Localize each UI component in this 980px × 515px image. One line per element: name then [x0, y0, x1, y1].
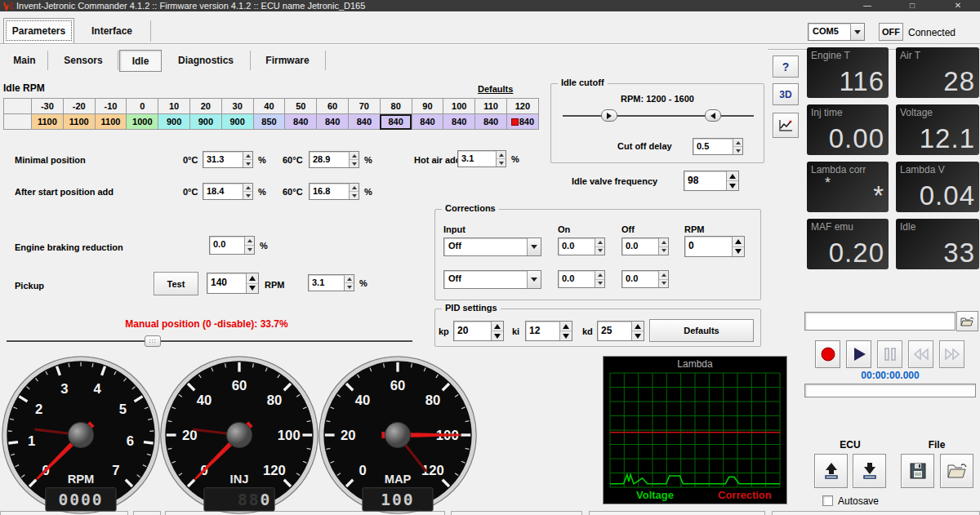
spin-down-icon[interactable] — [350, 192, 359, 199]
rpm-cell[interactable]: 1100 — [63, 114, 95, 130]
spin-down-icon[interactable] — [243, 192, 252, 199]
spin-down-icon[interactable] — [245, 246, 254, 254]
three-d-button[interactable]: 3D — [773, 83, 799, 105]
correction1-input-select[interactable]: Off — [443, 238, 541, 256]
dropdown-arrow-icon[interactable] — [850, 24, 864, 40]
tab-parameters[interactable]: Parameters — [3, 18, 74, 43]
rpm-cell[interactable]: 1000 — [127, 114, 158, 130]
spinner-value[interactable]: 3.1 — [458, 151, 496, 166]
cutoff-delay-spinner[interactable]: 0.5 — [693, 138, 743, 155]
tab-interface[interactable]: Interface — [77, 18, 147, 43]
record-file-input[interactable] — [804, 312, 956, 331]
rpm-cell[interactable]: 840 — [348, 114, 380, 130]
maximize-button[interactable]: □ — [900, 0, 924, 11]
play-button[interactable] — [846, 340, 871, 368]
spinner-value[interactable]: 0 — [685, 237, 732, 256]
spin-up-icon[interactable] — [659, 271, 668, 280]
correction2-input-select[interactable]: Off — [443, 270, 541, 289]
rpm-cell[interactable]: 1100 — [32, 114, 64, 130]
com-port-select[interactable]: COM5 — [808, 23, 865, 41]
spinner-value[interactable]: 12 — [526, 322, 559, 340]
dropdown-arrow-icon[interactable] — [527, 271, 541, 288]
minimize-button[interactable]: — — [855, 0, 880, 11]
spin-down-icon[interactable] — [727, 181, 738, 190]
idle-rpm-table[interactable]: -30-20-100102030405060708090100110120110… — [3, 98, 539, 130]
spin-up-icon[interactable] — [632, 322, 644, 331]
rpm-cell[interactable]: 840 — [475, 114, 507, 130]
spin-down-icon[interactable] — [733, 147, 742, 154]
minimal-position-0c-spinner[interactable]: 31.3 — [203, 151, 253, 168]
spinner-value[interactable]: 25 — [598, 322, 631, 340]
rpm-cell[interactable]: 840 — [317, 114, 349, 130]
help-button[interactable]: ? — [773, 55, 799, 78]
combo-value[interactable]: Off — [444, 238, 527, 255]
spin-down-icon[interactable] — [659, 280, 668, 288]
spin-up-icon[interactable] — [727, 171, 738, 181]
chart-view-button[interactable] — [773, 113, 799, 138]
spin-down-icon[interactable] — [345, 283, 354, 291]
browse-file-button[interactable] — [956, 311, 978, 331]
close-button[interactable]: ✕ — [946, 0, 970, 11]
rpm-cell[interactable]: 1100 — [95, 114, 127, 130]
ki-spinner[interactable]: 12 — [525, 321, 572, 341]
cutoff-range-track[interactable] — [563, 115, 754, 118]
minimal-position-60c-spinner[interactable]: 28.9 — [309, 151, 359, 168]
rpm-cell[interactable]: 900 — [158, 114, 190, 130]
manual-position-slider-track[interactable] — [7, 340, 412, 343]
ecu-download-button[interactable] — [853, 454, 886, 488]
spinner-value[interactable]: 0.0 — [559, 271, 595, 287]
spin-down-icon[interactable] — [733, 247, 744, 257]
rpm-cell[interactable]: 840 — [380, 114, 412, 130]
correction2-on-spinner[interactable]: 0.0 — [558, 270, 605, 288]
spin-up-icon[interactable] — [595, 271, 604, 280]
kp-spinner[interactable]: 20 — [453, 321, 504, 341]
spinner-value[interactable]: 16.8 — [310, 184, 349, 199]
spin-down-icon[interactable] — [659, 247, 668, 255]
spinner-value[interactable]: 3.1 — [309, 275, 344, 291]
spin-up-icon[interactable] — [350, 152, 359, 160]
kd-spinner[interactable]: 25 — [597, 321, 644, 341]
autosave-checkbox[interactable] — [822, 495, 833, 506]
ecu-upload-button[interactable] — [814, 454, 848, 488]
spin-down-icon[interactable] — [595, 280, 604, 288]
tab-diagnostics[interactable]: Diagnostics — [165, 49, 247, 72]
engine-braking-spinner[interactable]: 0.0 — [209, 236, 255, 255]
pid-defaults-button[interactable]: Defaults — [649, 319, 754, 342]
spin-down-icon[interactable] — [595, 247, 604, 255]
spinner-value[interactable]: 0.0 — [622, 238, 658, 255]
fast-forward-button[interactable] — [939, 340, 964, 368]
spinner-value[interactable]: 0.0 — [622, 271, 658, 287]
idle-rpm-defaults-link[interactable]: Defaults — [478, 84, 513, 94]
spin-up-icon[interactable] — [595, 238, 604, 247]
tab-main[interactable]: Main — [3, 49, 46, 72]
file-save-button[interactable] — [901, 454, 934, 488]
spin-up-icon[interactable] — [733, 139, 742, 147]
spin-up-icon[interactable] — [345, 275, 354, 283]
spinner-value[interactable]: 140 — [207, 273, 246, 293]
spin-up-icon[interactable] — [560, 322, 572, 331]
spin-up-icon[interactable] — [245, 237, 254, 246]
cutoff-low-handle[interactable] — [601, 109, 617, 122]
rpm-cell[interactable]: 900 — [189, 114, 221, 130]
spin-up-icon[interactable] — [733, 237, 744, 247]
rpm-cell[interactable]: 850 — [253, 114, 285, 130]
spin-up-icon[interactable] — [659, 238, 668, 247]
combo-value[interactable]: COM5 — [808, 24, 850, 40]
rpm-cell[interactable]: 840 — [443, 114, 475, 130]
connect-toggle-button[interactable]: OFF — [879, 23, 903, 41]
spin-down-icon[interactable] — [632, 331, 644, 340]
rpm-cell[interactable]: 840 — [285, 114, 317, 130]
spinner-value[interactable]: 31.3 — [203, 152, 243, 167]
spin-down-icon[interactable] — [497, 159, 506, 166]
idle-valve-frequency-spinner[interactable]: 98 — [684, 171, 739, 191]
after-start-60c-spinner[interactable]: 16.8 — [309, 183, 359, 200]
spin-down-icon[interactable] — [243, 160, 252, 167]
spin-up-icon[interactable] — [497, 151, 506, 159]
pause-button[interactable] — [877, 340, 902, 368]
spin-down-icon[interactable] — [492, 331, 503, 340]
manual-position-slider-handle[interactable] — [145, 335, 161, 347]
spinner-value[interactable]: 0.0 — [559, 238, 595, 255]
after-start-0c-spinner[interactable]: 18.4 — [203, 183, 253, 200]
tab-idle[interactable]: Idle — [119, 50, 162, 72]
file-open-button[interactable] — [940, 454, 973, 488]
